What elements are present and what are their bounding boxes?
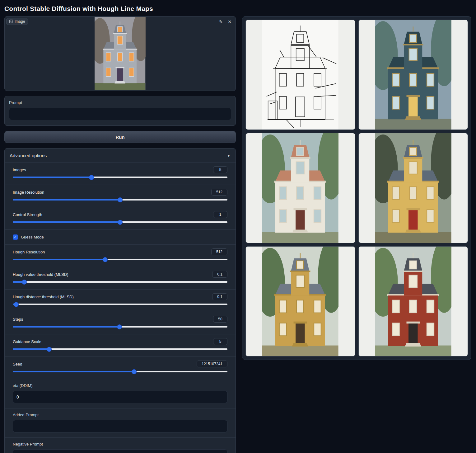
slider-image-resolution: Image Resolution 512 [5,185,236,207]
slider-hough-distance-threshold: Hough distance threshold (MLSD) 0.1 [5,289,236,312]
slider-hough-value-threshold-handle[interactable] [22,280,27,285]
negative-prompt-label: Negative Prompt [13,442,227,446]
advanced-options-accordion[interactable]: Advanced options ▼ [5,149,236,162]
slider-steps-handle[interactable] [117,324,122,329]
slider-control-strength-track[interactable] [13,221,227,223]
slider-seed-handle[interactable] [132,369,137,374]
gallery-item-result-tan-victorian[interactable] [358,133,468,243]
app-root: Control Stable Diffusion with Hough Line… [0,0,476,453]
output-gallery [245,20,468,356]
prompt-input[interactable] [9,108,231,120]
eta-label: eta (DDIM) [13,383,227,388]
input-image-panel: Image ✎ ✕ [4,16,236,91]
slider-seed-track[interactable] [13,371,227,372]
slider-images-track[interactable] [13,177,227,178]
advanced-options-label: Advanced options [10,153,47,158]
page-title: Control Stable Diffusion with Hough Line… [0,0,476,16]
slider-control-strength-value[interactable]: 1 [213,211,227,218]
slider-hough-resolution: Hough Resolution 512 [5,244,236,267]
slider-hough-value-threshold: Hough value threshold (MLSD) 0.1 [5,267,236,289]
results-column [242,16,471,360]
slider-hough-distance-threshold-value[interactable]: 0.1 [212,293,227,300]
eta-input[interactable] [13,391,227,403]
slider-seed-label: Seed [13,362,22,366]
image-label: Image [15,19,25,24]
main-columns: Image ✎ ✕ Prompt [0,16,476,453]
guess-mode-label: Guess Mode [21,235,44,239]
slider-control-strength-handle[interactable] [118,220,123,225]
prompt-panel: Prompt [4,96,236,126]
gallery-item-result-red-victorian[interactable] [358,246,468,356]
slider-image-resolution-handle[interactable] [118,197,123,202]
slider-hough-value-threshold-value[interactable]: 0.1 [212,271,227,278]
advanced-options-panel: Advanced options ▼ Images 5 [4,148,236,453]
prompt-label: Prompt [9,100,231,105]
slider-images-handle[interactable] [89,175,94,180]
slider-steps-label: Steps [13,317,23,322]
negative-prompt-block: Negative Prompt [5,437,236,453]
slider-hough-resolution-label: Hough Resolution [13,250,45,254]
slider-guidance-scale-handle[interactable] [47,347,52,352]
slider-hough-distance-threshold-handle[interactable] [14,302,19,307]
gallery-item-result-blue-victorian[interactable] [358,20,468,130]
slider-steps-track[interactable] [13,326,227,328]
slider-seed-value[interactable]: 1215107241 [197,361,227,367]
slider-steps: Steps 50 [5,312,236,334]
gallery-item-hough-line-map[interactable] [245,20,355,130]
slider-hough-value-threshold-label: Hough value threshold (MLSD) [13,272,68,277]
slider-hough-resolution-track[interactable] [13,259,227,260]
slider-hough-resolution-value[interactable]: 512 [211,248,227,255]
slider-image-resolution-value[interactable]: 512 [211,189,227,196]
slider-hough-distance-threshold-track[interactable] [13,304,227,305]
eta-block: eta (DDIM) [5,379,236,408]
slider-images-value[interactable]: 5 [213,166,227,173]
slider-control-strength: Control Strength 1 [5,207,236,229]
slider-guidance-scale: Guidance Scale 5 [5,334,236,356]
edit-image-button[interactable]: ✎ [217,18,224,25]
added-prompt-label: Added Prompt [13,413,227,417]
slider-hough-value-threshold-track[interactable] [13,281,227,283]
controls-column: Image ✎ ✕ Prompt [4,16,236,453]
slider-control-strength-label: Control Strength [13,212,42,217]
slider-guidance-scale-label: Guidance Scale [13,339,41,344]
slider-image-resolution-label: Image Resolution [13,190,44,195]
image-label-chip: Image [6,18,28,25]
negative-prompt-input[interactable] [13,449,227,453]
slider-hough-distance-threshold-label: Hough distance threshold (MLSD) [13,295,74,299]
image-toolbar: ✎ ✕ [217,18,233,25]
output-gallery-panel [242,16,471,360]
slider-guidance-scale-value[interactable]: 5 [213,338,227,345]
chevron-down-icon: ▼ [227,153,231,158]
slider-image-resolution-track[interactable] [13,199,227,201]
added-prompt-input[interactable] [13,420,227,432]
guess-mode-checkbox[interactable]: ✓ [13,234,18,240]
run-button[interactable]: Run [4,131,236,143]
added-prompt-block: Added Prompt [5,408,236,437]
clear-image-button[interactable]: ✕ [226,18,233,25]
slider-guidance-scale-track[interactable] [13,348,227,350]
slider-images-label: Images [13,168,26,172]
gallery-item-result-white-victorian[interactable] [245,133,355,243]
image-icon [9,20,13,23]
uploaded-image[interactable] [95,17,145,90]
gallery-item-result-gold-victorian[interactable] [245,246,355,356]
guess-mode-row: ✓ Guess Mode [5,229,236,244]
slider-hough-resolution-handle[interactable] [103,257,108,262]
slider-steps-value[interactable]: 50 [213,316,227,323]
slider-seed: Seed 1215107241 [5,356,236,379]
slider-images: Images 5 [5,162,236,185]
